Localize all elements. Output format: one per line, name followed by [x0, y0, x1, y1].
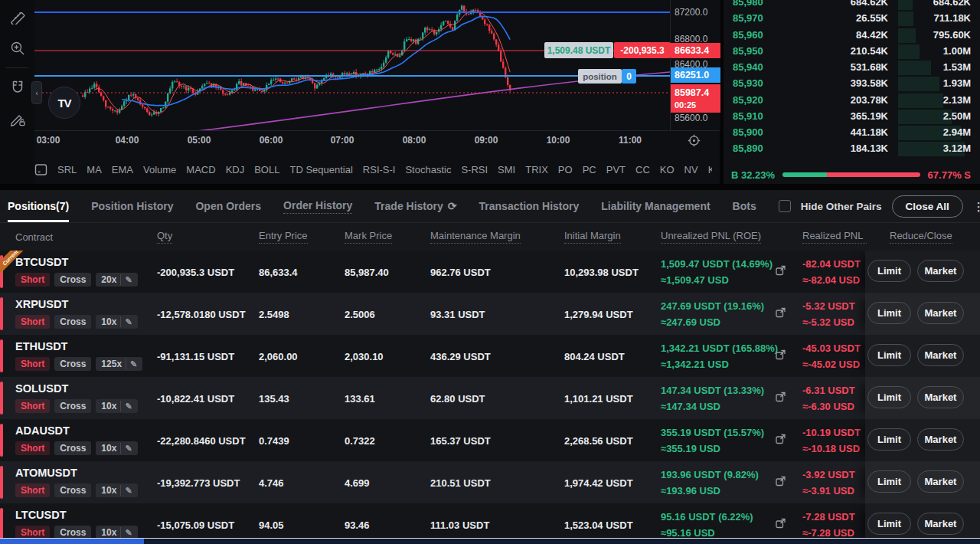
tab-position-history[interactable]: Position History: [91, 190, 173, 222]
orderbook-row[interactable]: 85,890184.13K3.12M: [724, 141, 980, 157]
tab-bots[interactable]: Bots: [733, 190, 756, 222]
market-close-button[interactable]: Market: [917, 302, 964, 324]
limit-close-button[interactable]: Limit: [867, 260, 911, 282]
indicator-chip[interactable]: CC: [635, 164, 650, 175]
tab-positions-7-[interactable]: Positions(7): [8, 190, 69, 222]
margin-mode-badge[interactable]: Cross: [54, 483, 91, 497]
indicator-chip[interactable]: KDJ: [226, 164, 245, 175]
indicator-chip[interactable]: KO: [660, 164, 675, 175]
margin-mode-badge[interactable]: Cross: [54, 357, 91, 371]
orderbook-row[interactable]: 85,97026.55K711.18K: [724, 11, 980, 27]
leverage-badge[interactable]: 10x✎: [96, 441, 137, 455]
indicator-chip[interactable]: PO: [558, 164, 573, 175]
edit-leverage-icon[interactable]: ✎: [120, 527, 132, 538]
orderbook-row[interactable]: 85,950210.54K1.00M: [724, 44, 980, 60]
leverage-badge[interactable]: 125x✎: [96, 357, 142, 371]
market-close-button[interactable]: Market: [917, 470, 964, 493]
edit-leverage-icon[interactable]: ✎: [120, 401, 132, 411]
margin-mode-badge[interactable]: Cross: [54, 273, 91, 287]
ruler-icon[interactable]: [0, 0, 34, 32]
margin-mode-badge[interactable]: Cross: [54, 441, 91, 455]
crosshair-settings-icon[interactable]: [688, 134, 701, 150]
margin-mode-badge[interactable]: Cross: [54, 315, 91, 329]
share-pnl-icon[interactable]: [775, 349, 786, 363]
indicator-chip[interactable]: PC: [583, 164, 596, 175]
limit-close-button[interactable]: Limit: [867, 513, 911, 535]
limit-close-button[interactable]: Limit: [867, 470, 911, 493]
magnet-icon[interactable]: [0, 71, 34, 103]
leverage-badge[interactable]: 10x✎: [96, 399, 137, 413]
margin-mode-badge[interactable]: Cross: [54, 399, 91, 413]
indicator-panel-icon[interactable]: [34, 163, 47, 176]
indicator-chip[interactable]: MA: [87, 164, 102, 175]
share-pnl-icon[interactable]: [775, 264, 786, 279]
market-close-button[interactable]: Market: [917, 428, 964, 451]
indicator-chip[interactable]: BOLL: [254, 164, 279, 175]
orderbook-row[interactable]: 85,930393.58K1.93M: [724, 76, 980, 92]
indicator-chip[interactable]: KST: [708, 164, 712, 175]
orderbook-row[interactable]: 85,900441.18K2.94M: [724, 125, 980, 141]
tab-transaction-history[interactable]: Transaction History: [479, 190, 580, 222]
zoom-in-icon[interactable]: [0, 32, 34, 64]
indicator-chip[interactable]: NV: [684, 164, 698, 175]
edit-leverage-icon[interactable]: ✎: [120, 316, 132, 327]
indicator-chip[interactable]: EMA: [112, 164, 133, 175]
indicator-chip[interactable]: MACD: [186, 164, 215, 175]
limit-close-button[interactable]: Limit: [867, 428, 911, 451]
hide-other-pairs-label[interactable]: Hide Other Pairs: [801, 201, 882, 212]
market-close-button[interactable]: Market: [917, 260, 964, 282]
edit-leverage-icon[interactable]: ✎: [120, 443, 132, 454]
orderbook-row[interactable]: 85,980684.62K684.62K: [724, 0, 980, 11]
limit-close-button[interactable]: Limit: [867, 302, 911, 324]
price-axis[interactable]: 86633.4 86251.0 85987.4 00:25 87200.0868…: [670, 0, 720, 130]
orderbook-row[interactable]: 85,940531.68K1.53M: [724, 60, 980, 76]
share-pnl-icon[interactable]: [775, 306, 786, 321]
hide-other-pairs-checkbox[interactable]: [779, 200, 791, 212]
share-pnl-icon[interactable]: [775, 433, 786, 447]
indicator-chip[interactable]: SMI: [498, 164, 515, 175]
refresh-icon[interactable]: ⟳: [448, 200, 457, 212]
edit-leverage-icon[interactable]: ✎: [126, 359, 137, 369]
market-close-button[interactable]: Market: [917, 344, 964, 366]
tab-trade-history[interactable]: Trade History⟳: [374, 190, 456, 222]
realized-pnl-value: -45.03 USDT: [802, 340, 864, 356]
market-close-button[interactable]: Market: [917, 513, 964, 535]
edit-leverage-icon[interactable]: ✎: [120, 274, 132, 285]
price-chart[interactable]: [34, 0, 670, 130]
leverage-badge[interactable]: 20x✎: [96, 273, 137, 287]
indicator-chip[interactable]: SRL: [57, 164, 77, 175]
orderbook-row[interactable]: 85,920203.78K2.13M: [724, 93, 980, 109]
unrealized-pnl-value: 1,342.21 USDT (165.88%): [661, 340, 778, 356]
share-pnl-icon[interactable]: [775, 475, 786, 490]
leverage-badge[interactable]: 10x✎: [96, 315, 137, 329]
collapse-toolbar-button[interactable]: ‹: [31, 81, 42, 104]
share-pnl-icon[interactable]: [775, 517, 786, 532]
candlestick-chart: [34, 0, 670, 130]
limit-close-button[interactable]: Limit: [867, 344, 911, 366]
indicator-chip[interactable]: TRIX: [525, 164, 548, 175]
share-pnl-icon[interactable]: [775, 391, 786, 405]
contract-name: BTCUSDT: [15, 256, 68, 268]
limit-close-button[interactable]: Limit: [867, 386, 911, 408]
indicator-chip[interactable]: Stochastic: [405, 164, 451, 175]
indicator-chip[interactable]: TD Sequential: [289, 164, 352, 175]
indicator-chip[interactable]: RSI-S-I: [363, 164, 396, 175]
indicator-chip[interactable]: S-RSI: [461, 164, 488, 175]
realized-pnl-usd: ≈-6.30 USD: [802, 398, 864, 415]
more-options-icon[interactable]: ⋮: [973, 205, 980, 208]
edit-leverage-icon[interactable]: ✎: [120, 485, 132, 496]
leverage-badge[interactable]: 10x✎: [96, 483, 137, 497]
indicator-chip[interactable]: PVT: [606, 164, 626, 175]
orderbook-row[interactable]: 85,910365.19K2.50M: [724, 109, 980, 125]
tradingview-logo[interactable]: TV: [48, 87, 80, 119]
indicator-chip[interactable]: Volume: [143, 164, 176, 175]
draw-lock-icon[interactable]: [0, 103, 34, 136]
tab-order-history[interactable]: Order History: [283, 190, 352, 222]
tab-items: Positions(7)Position HistoryOpen OrdersO…: [8, 190, 779, 222]
tab-liability-management[interactable]: Liability Management: [601, 190, 710, 222]
close-all-button[interactable]: Close All: [892, 195, 963, 218]
time-axis[interactable]: 03:0004:0005:0006:0007:0008:0009:0010:00…: [34, 130, 720, 151]
orderbook-row[interactable]: 85,96084.42K795.60K: [724, 28, 980, 44]
market-close-button[interactable]: Market: [917, 386, 964, 408]
tab-open-orders[interactable]: Open Orders: [195, 190, 261, 222]
